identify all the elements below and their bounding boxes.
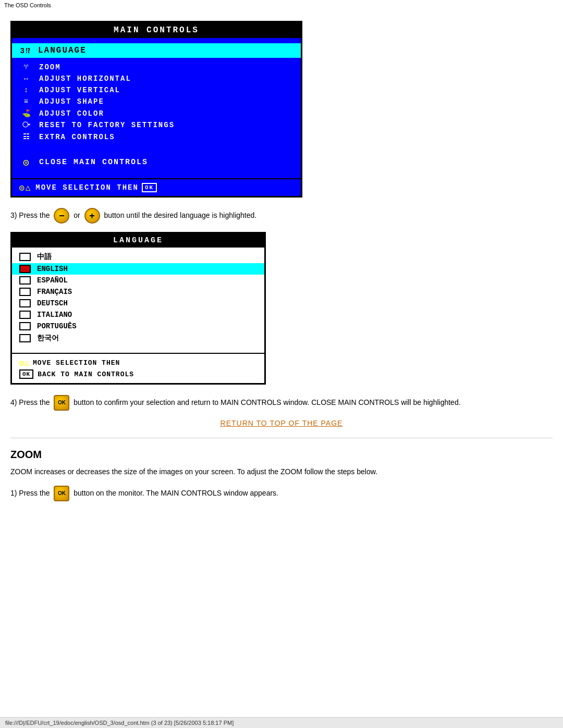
language-icon: 3⁉ xyxy=(18,46,33,55)
return-to-top: RETURN TO TOP OF THE PAGE xyxy=(10,419,553,427)
zoom-section: ZOOM ZOOM increases or decreases the siz… xyxy=(10,449,553,501)
minus-button[interactable]: − xyxy=(54,208,69,224)
lang-item-english: ENGLISH xyxy=(12,263,264,275)
osd-menu-extra: ☷ EXTRA CONTROLS xyxy=(12,131,301,143)
horiz-icon: ↔ xyxy=(19,75,34,83)
osd-bottom-bar: ◎△ MOVE SELECTION THEN OK xyxy=(12,178,301,196)
section-divider xyxy=(10,438,553,438)
return-to-top-link[interactable]: RETURN TO TOP OF THE PAGE xyxy=(221,419,343,427)
ok-button-zoom[interactable]: OK xyxy=(54,486,69,501)
step3-instruction: 3) Press the − or + button until the des… xyxy=(10,208,553,224)
lang-icon-english xyxy=(19,265,31,273)
lang-icon-italiano xyxy=(19,311,31,319)
footer-text: file:///D|/EDFU/crt_19/edoc/english/OSD_… xyxy=(5,720,234,726)
lang-nav-icon: ◎△ xyxy=(19,358,30,368)
lang-item-italiano: ITALIANO xyxy=(12,309,264,320)
osd-menu-adjust-shape: ≡ ADJUST SHAPE xyxy=(12,96,301,107)
header-text: The OSD Controls xyxy=(4,2,51,8)
osd-language-highlight: 3⁉ LANGUAGE xyxy=(12,43,301,58)
shape-icon: ≡ xyxy=(19,97,34,106)
vert-icon: ↕ xyxy=(19,86,34,94)
close-circle-icon: ◎ xyxy=(19,156,34,168)
lang-icon-deutsch xyxy=(19,299,31,307)
osd-menu-zoom: ♈ ZOOM xyxy=(12,61,301,73)
ok-back-badge: OK xyxy=(19,369,33,379)
language-osd: LANGUAGE 中語 ENGLISH ESPAÑOL FRANÇAIS DEU… xyxy=(10,232,266,385)
reset-icon: ⧃ xyxy=(19,121,34,129)
page-header: The OSD Controls xyxy=(0,0,563,10)
osd-menu-adjust-horiz: ↔ ADJUST HORIZONTAL xyxy=(12,73,301,84)
lang-items-list: 中語 ENGLISH ESPAÑOL FRANÇAIS DEUTSCH ITAL… xyxy=(12,248,264,348)
lang-item-portugues: PORTUGUÊS xyxy=(12,320,264,332)
lang-item-korean: 한국어 xyxy=(12,332,264,344)
ok-button[interactable]: OK xyxy=(54,395,69,411)
zoom-icon: ♈ xyxy=(19,63,34,71)
lang-move-row: ◎△ MOVE SELECTION THEN xyxy=(19,358,257,368)
lang-title: LANGUAGE xyxy=(12,233,264,248)
main-controls-osd: MAIN CONTROLS 3⁉ LANGUAGE ♈ ZOOM ↔ ADJUS… xyxy=(10,21,302,198)
step4-instruction: 4) Press the OK button to confirm your s… xyxy=(10,395,553,411)
osd-menu-reset: ⧃ RESET TO FACTORY SETTINGS xyxy=(12,119,301,131)
color-icon: ⛳ xyxy=(19,109,34,118)
zoom-description: ZOOM increases or decreases the size of … xyxy=(10,466,553,477)
page-footer: file:///D|/EDFU/crt_19/edoc/english/OSD_… xyxy=(0,717,563,728)
nav-icons: ◎△ xyxy=(19,182,31,193)
lang-item-deutsch: DEUTSCH xyxy=(12,298,264,309)
osd-menu-items: ♈ ZOOM ↔ ADJUST HORIZONTAL ↕ ADJUST VERT… xyxy=(12,58,301,146)
lang-icon-espanol xyxy=(19,276,31,285)
lang-icon-francais xyxy=(19,288,31,296)
osd-menu-adjust-vert: ↕ ADJUST VERTICAL xyxy=(12,84,301,96)
lang-back-row: OK BACK TO MAIN CONTROLS xyxy=(19,369,257,379)
osd-title: MAIN CONTROLS xyxy=(12,22,301,38)
lang-item-francais: FRANÇAIS xyxy=(12,286,264,298)
plus-button[interactable]: + xyxy=(84,208,100,224)
osd-menu-adjust-color: ⛳ ADJUST COLOR xyxy=(12,107,301,119)
lang-icon-korean xyxy=(19,334,31,342)
lang-item-chinese: 中語 xyxy=(12,251,264,263)
zoom-heading: ZOOM xyxy=(10,449,553,461)
ok-badge: OK xyxy=(142,183,157,192)
lang-icon-chinese xyxy=(19,253,31,261)
lang-item-espanol: ESPAÑOL xyxy=(12,275,264,286)
extra-icon: ☷ xyxy=(19,132,34,141)
zoom-step1: 1) Press the OK button on the monitor. T… xyxy=(10,486,553,501)
osd-close-row: ◎ CLOSE MAIN CONTROLS xyxy=(12,153,301,171)
lang-icon-portugues xyxy=(19,322,31,330)
lang-bottom-bar: ◎△ MOVE SELECTION THEN OK BACK TO MAIN C… xyxy=(12,353,264,383)
